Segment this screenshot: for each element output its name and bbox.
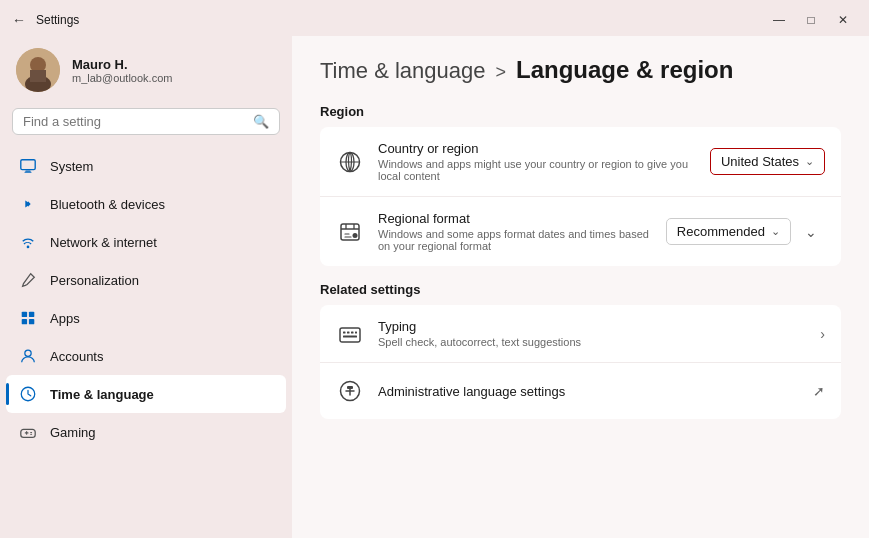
window-controls: — □ ✕ <box>765 9 857 31</box>
apps-icon <box>18 308 38 328</box>
svg-rect-25 <box>347 386 353 389</box>
country-title: Country or region <box>378 141 696 156</box>
search-box[interactable]: 🔍 <box>12 108 280 135</box>
sidebar-item-accounts[interactable]: Accounts <box>6 337 286 375</box>
svg-rect-21 <box>351 331 354 333</box>
format-dropdown[interactable]: Recommended ⌄ <box>666 218 791 245</box>
user-name: Mauro H. <box>72 57 172 72</box>
sidebar-item-time[interactable]: Time & language <box>6 375 286 413</box>
maximize-button[interactable]: □ <box>797 9 825 31</box>
sidebar-item-system[interactable]: System <box>6 147 286 185</box>
chevron-down-icon-format: ⌄ <box>771 225 780 238</box>
user-email: m_lab@outlook.com <box>72 72 172 84</box>
app-title: Settings <box>36 13 79 27</box>
sidebar-item-personalization[interactable]: Personalization <box>6 261 286 299</box>
country-desc: Windows and apps might use your country … <box>378 158 696 182</box>
person-icon <box>18 346 38 366</box>
svg-rect-23 <box>343 335 357 337</box>
svg-rect-18 <box>340 328 360 342</box>
external-link-icon: ➚ <box>813 383 825 399</box>
related-section-label: Related settings <box>320 282 841 297</box>
sidebar: Mauro H. m_lab@outlook.com 🔍 System Blue… <box>0 36 292 538</box>
format-action: Recommended ⌄ ⌄ <box>666 218 825 246</box>
svg-rect-7 <box>22 312 27 317</box>
format-value: Recommended <box>677 224 765 239</box>
sidebar-label-network: Network & internet <box>50 235 157 250</box>
search-icon: 🔍 <box>253 114 269 129</box>
page-title: Language & region <box>516 56 733 84</box>
sidebar-item-apps[interactable]: Apps <box>6 299 286 337</box>
typing-row[interactable]: Typing Spell check, autocorrect, text su… <box>320 305 841 363</box>
monitor-icon <box>18 156 38 176</box>
breadcrumb-parent: Time & language <box>320 58 486 84</box>
admin-icon <box>336 377 364 405</box>
typing-icon <box>336 320 364 348</box>
typing-text: Typing Spell check, autocorrect, text su… <box>378 319 806 348</box>
format-text: Regional format Windows and some apps fo… <box>378 211 652 252</box>
back-icon[interactable]: ← <box>12 12 26 28</box>
svg-rect-9 <box>22 319 27 324</box>
svg-rect-8 <box>29 312 34 317</box>
sidebar-label-gaming: Gaming <box>50 425 96 440</box>
close-button[interactable]: ✕ <box>829 9 857 31</box>
format-desc: Windows and some apps format dates and t… <box>378 228 652 252</box>
sidebar-label-personalization: Personalization <box>50 273 139 288</box>
sidebar-label-apps: Apps <box>50 311 80 326</box>
svg-rect-19 <box>343 331 346 333</box>
admin-language-row[interactable]: Administrative language settings ➚ <box>320 363 841 419</box>
admin-title: Administrative language settings <box>378 384 799 399</box>
format-expand-button[interactable]: ⌄ <box>797 218 825 246</box>
clock-icon <box>18 384 38 404</box>
format-title: Regional format <box>378 211 652 226</box>
page-title-row: Time & language > Language & region <box>320 56 841 84</box>
svg-rect-22 <box>355 331 357 333</box>
chevron-right-icon: › <box>820 326 825 342</box>
main-content: Time & language > Language & region Regi… <box>292 36 869 538</box>
country-value: United States <box>721 154 799 169</box>
sidebar-label-system: System <box>50 159 93 174</box>
nav-list: System Bluetooth & devices Network & int… <box>0 147 292 451</box>
region-card: Country or region Windows and apps might… <box>320 127 841 266</box>
country-region-row: Country or region Windows and apps might… <box>320 127 841 197</box>
sidebar-item-gaming[interactable]: Gaming <box>6 413 286 451</box>
admin-text: Administrative language settings <box>378 384 799 399</box>
svg-rect-5 <box>25 171 30 172</box>
country-text: Country or region Windows and apps might… <box>378 141 696 182</box>
gamepad-icon <box>18 422 38 442</box>
related-card: Typing Spell check, autocorrect, text su… <box>320 305 841 419</box>
svg-point-11 <box>25 350 31 356</box>
user-info: Mauro H. m_lab@outlook.com <box>72 57 172 84</box>
svg-rect-20 <box>347 331 350 333</box>
sidebar-item-bluetooth[interactable]: Bluetooth & devices <box>6 185 286 223</box>
region-section-label: Region <box>320 104 841 119</box>
brush-icon <box>18 270 38 290</box>
wifi-icon <box>18 232 38 252</box>
sidebar-item-network[interactable]: Network & internet <box>6 223 286 261</box>
svg-rect-3 <box>30 70 46 82</box>
sidebar-label-accounts: Accounts <box>50 349 103 364</box>
format-icon <box>336 218 364 246</box>
sidebar-label-time: Time & language <box>50 387 154 402</box>
sidebar-label-bluetooth: Bluetooth & devices <box>50 197 165 212</box>
typing-desc: Spell check, autocorrect, text suggestio… <box>378 336 806 348</box>
country-action: United States ⌄ <box>710 148 825 175</box>
title-bar: ← Settings — □ ✕ <box>0 0 869 36</box>
svg-rect-4 <box>21 160 35 170</box>
country-dropdown[interactable]: United States ⌄ <box>710 148 825 175</box>
bluetooth-icon <box>18 194 38 214</box>
avatar <box>16 48 60 92</box>
svg-rect-10 <box>29 319 34 324</box>
svg-point-17 <box>353 233 358 238</box>
typing-title: Typing <box>378 319 806 334</box>
regional-format-row: Regional format Windows and some apps fo… <box>320 197 841 266</box>
search-input[interactable] <box>23 114 245 129</box>
globe-icon <box>336 148 364 176</box>
chevron-down-icon: ⌄ <box>805 155 814 168</box>
breadcrumb-separator: > <box>496 62 507 83</box>
user-profile: Mauro H. m_lab@outlook.com <box>0 36 292 108</box>
svg-rect-6 <box>24 172 31 173</box>
minimize-button[interactable]: — <box>765 9 793 31</box>
